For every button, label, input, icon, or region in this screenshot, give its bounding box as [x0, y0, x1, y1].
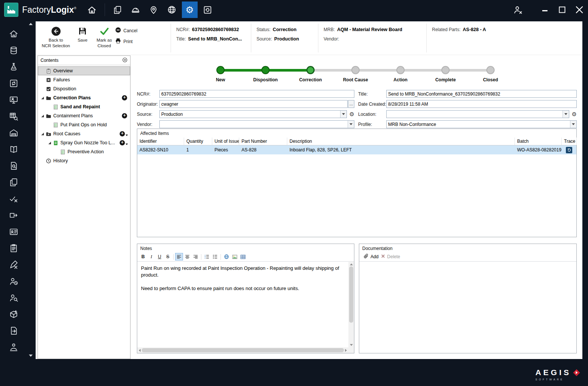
column-header-unit-of-issue[interactable]: Unit of Issue: [212, 138, 239, 145]
add-item-button[interactable]: +: [120, 131, 125, 136]
mark-as-closed-button[interactable]: Mark asClosed: [93, 21, 115, 55]
home-icon[interactable]: [84, 1, 100, 18]
source-select[interactable]: [159, 110, 347, 118]
column-header-batch[interactable]: Batch: [515, 138, 562, 145]
location-pin-icon[interactable]: [146, 1, 162, 18]
expander-icon[interactable]: [41, 115, 44, 117]
notes-editor[interactable]: Paint Run on wing recorded at Paint Insp…: [137, 262, 354, 353]
contents-item-root-causes[interactable]: Root Causes+: [38, 129, 130, 138]
scroll-down-icon[interactable]: [350, 344, 353, 346]
scrollbar-thumb[interactable]: [349, 266, 353, 323]
user-search-icon[interactable]: [3, 289, 24, 306]
contents-item-disposition[interactable]: Disposition: [38, 84, 130, 93]
scroll-up-icon[interactable]: [350, 263, 353, 265]
expander-icon[interactable]: [41, 97, 44, 99]
vendor-select[interactable]: [159, 120, 354, 128]
settings-gear-icon[interactable]: ⚙: [182, 1, 198, 18]
strikethrough-button[interactable]: S: [164, 253, 172, 260]
notes-horizontal-scrollbar[interactable]: [137, 347, 348, 353]
expander-icon[interactable]: [41, 133, 44, 135]
affected-item-row[interactable]: AS8282-SN101PiecesAS-828Inboard Flap, 82…: [137, 145, 576, 154]
trace-history-icon[interactable]: [566, 147, 572, 153]
user-time-icon[interactable]: [3, 273, 24, 289]
originator-input[interactable]: [159, 100, 348, 108]
process-sync-icon[interactable]: [3, 75, 24, 91]
insert-image-icon[interactable]: [231, 253, 238, 260]
date-created-input[interactable]: [386, 100, 577, 108]
minimize-button[interactable]: [536, 0, 554, 19]
add-menu-arrow-icon[interactable]: [126, 144, 128, 145]
copy-documents-icon[interactable]: [110, 1, 126, 18]
notes-text[interactable]: Paint Run on wing recorded at Paint Insp…: [137, 262, 348, 347]
warehouse-icon[interactable]: [3, 124, 24, 141]
quality-check-icon[interactable]: [3, 58, 24, 75]
title-input[interactable]: [386, 90, 577, 98]
data-grid-icon[interactable]: [3, 355, 24, 359]
expander-icon[interactable]: [48, 142, 51, 144]
production-data-icon[interactable]: [3, 42, 24, 58]
user-logout-icon[interactable]: [509, 0, 526, 19]
bullet-list-icon[interactable]: [211, 253, 219, 260]
document-search-icon[interactable]: [3, 157, 24, 174]
globe-icon[interactable]: [164, 1, 180, 18]
documentation-empty-area[interactable]: [359, 262, 576, 353]
document-export-icon[interactable]: [3, 322, 24, 339]
work-instructions-icon[interactable]: [3, 240, 24, 256]
contents-item-correction-plans[interactable]: Correction Plans+: [38, 93, 130, 102]
scroll-left-icon[interactable]: [139, 349, 141, 352]
align-right-icon[interactable]: [192, 253, 200, 260]
align-center-icon[interactable]: [183, 253, 191, 260]
location-select[interactable]: [386, 110, 569, 118]
package-add-icon[interactable]: [3, 306, 24, 322]
notes-vertical-scrollbar[interactable]: [348, 262, 354, 347]
chevron-down-icon[interactable]: [570, 121, 576, 128]
copy-pages-icon[interactable]: [3, 174, 24, 190]
numbered-list-icon[interactable]: [203, 253, 211, 260]
close-button[interactable]: [571, 0, 588, 19]
contents-item-failures[interactable]: Failures: [38, 75, 130, 84]
italic-button[interactable]: I: [147, 253, 155, 260]
add-item-button[interactable]: +: [122, 95, 127, 100]
originator-browse-button[interactable]: …: [348, 100, 354, 108]
contents-item-preventive-action[interactable]: Preventive Action: [38, 147, 130, 156]
workstation-icon[interactable]: [3, 91, 24, 108]
rail-scroll-down-icon[interactable]: [29, 355, 33, 357]
hyperlink-globe-icon[interactable]: [222, 253, 230, 260]
chevron-down-icon[interactable]: [340, 111, 346, 118]
profile-select-value[interactable]: [387, 121, 570, 128]
documentation-book-icon[interactable]: [3, 141, 24, 157]
verify-tasks-icon[interactable]: [3, 190, 24, 207]
location-select-value[interactable]: [387, 111, 562, 118]
column-header-part-number[interactable]: Part Number: [239, 138, 287, 145]
bold-button[interactable]: B: [139, 253, 147, 260]
add-item-button[interactable]: +: [120, 140, 125, 145]
operator-handover-icon[interactable]: [3, 339, 24, 355]
save-button[interactable]: Save: [72, 21, 93, 55]
add-item-button[interactable]: +: [122, 113, 127, 118]
contents-item-containment-plans[interactable]: Containment Plans+: [38, 111, 130, 120]
add-menu-arrow-icon[interactable]: [126, 135, 128, 136]
print-button[interactable]: Print: [115, 38, 147, 45]
scrollbar-thumb[interactable]: [142, 348, 344, 352]
contents-item-put-paint-ops-on-hold[interactable]: Put Paint Ops on Hold: [38, 120, 130, 129]
delete-attachment-button[interactable]: Delete: [381, 254, 400, 259]
back-to-ncr-selection-button[interactable]: Back toNCR Selection: [40, 21, 72, 55]
column-header-trace[interactable]: Trace: [562, 138, 577, 145]
maximize-button[interactable]: [554, 0, 571, 19]
contents-item-history[interactable]: History: [38, 156, 130, 165]
add-attachment-button[interactable]: Add: [363, 254, 378, 260]
contents-item-overview[interactable]: Overview: [38, 66, 130, 75]
insert-table-icon[interactable]: [239, 253, 247, 260]
history-refresh-icon[interactable]: [200, 1, 216, 18]
source-settings-gear-icon[interactable]: ⚙: [350, 111, 354, 117]
location-settings-gear-icon[interactable]: ⚙: [572, 111, 577, 117]
contents-item-sand-and-repaint[interactable]: Sand and Repaint: [38, 102, 130, 111]
contents-item-spray-gun-nozzle-too-l[interactable]: Spray Gun Nozzle Too L...+: [38, 138, 130, 147]
schedule-search-icon[interactable]: [3, 108, 24, 124]
chevron-down-icon[interactable]: [562, 111, 569, 118]
source-select-value[interactable]: [160, 111, 340, 118]
chevron-down-icon[interactable]: [348, 121, 354, 128]
scroll-right-icon[interactable]: [345, 349, 347, 352]
home-icon[interactable]: [3, 25, 24, 42]
vendor-select-value[interactable]: [160, 121, 348, 128]
